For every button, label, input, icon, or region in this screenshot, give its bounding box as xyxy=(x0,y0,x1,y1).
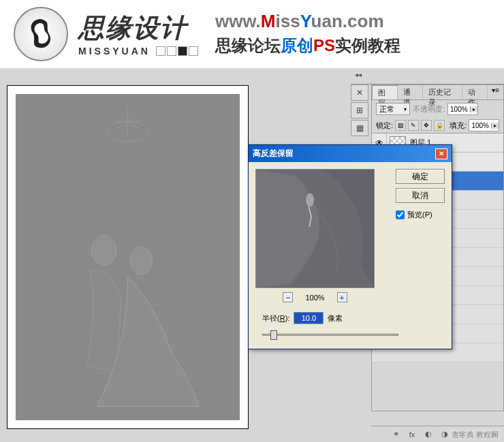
lock-transparency-icon[interactable]: ▨ xyxy=(395,120,406,131)
filter-preview[interactable] xyxy=(255,169,375,288)
dialog-buttons: 确定 取消 预览(P) xyxy=(396,169,445,220)
decor-box xyxy=(167,46,176,56)
canvas-document[interactable] xyxy=(7,85,249,429)
zoom-out-button[interactable]: − xyxy=(283,292,293,302)
url-block: www.MissYuan.com 思缘论坛原创PS实例教程 xyxy=(215,11,400,57)
preview-checkbox[interactable]: 预览(P) xyxy=(396,210,445,220)
radius-row: 半径(R): 像素 xyxy=(255,312,445,324)
brand-name-cn: 思缘设计 xyxy=(78,11,198,46)
dialog-body: 确定 取消 预览(P) − xyxy=(249,162,452,349)
fill-input[interactable]: 100%▸ xyxy=(469,119,499,131)
header-banner: 思缘设计 MISSYUAN www.MissYuan.com 思缘论坛原创PS实… xyxy=(0,0,504,68)
brand-text: 思缘设计 MISSYUAN xyxy=(78,11,198,57)
tab-actions[interactable]: 动作 xyxy=(462,85,488,99)
radius-slider[interactable] xyxy=(262,328,398,342)
tab-layers[interactable]: 图层 xyxy=(372,85,398,99)
opacity-input[interactable]: 100%▸ xyxy=(447,103,478,115)
panel-menu-icon[interactable]: ▾≡ xyxy=(488,85,503,99)
blend-mode-select[interactable]: 正常 ▾ xyxy=(376,103,410,115)
fill-label: 填充: xyxy=(450,121,467,131)
lock-all-icon[interactable]: 🔒 xyxy=(434,120,445,131)
tab-history[interactable]: 历史记录 xyxy=(423,85,462,99)
close-button[interactable]: ✕ xyxy=(435,148,447,159)
svg-point-2 xyxy=(92,236,116,266)
photoshop-workspace: ◂◂ ✕ ⊞ ▦ 图层 通道 历史记录 动作 ▾≡ 正常 ▾ 不透明度: 100… xyxy=(0,68,504,442)
site-subtitle: 思缘论坛原创PS实例教程 xyxy=(215,35,400,57)
decor-box xyxy=(178,46,187,56)
lock-label: 锁定: xyxy=(376,121,393,131)
layer-controls-row: 正常 ▾ 不透明度: 100%▸ xyxy=(372,100,503,118)
dialog-title: 高反差保留 xyxy=(253,148,294,159)
radius-input[interactable] xyxy=(294,312,324,324)
lock-pixels-icon[interactable]: ✎ xyxy=(408,120,419,131)
cancel-button[interactable]: 取消 xyxy=(396,188,445,203)
radius-unit: 像素 xyxy=(328,313,343,323)
opacity-label: 不透明度: xyxy=(413,104,445,114)
collapse-arrows-icon: ◂◂ xyxy=(355,71,362,78)
lock-position-icon[interactable]: ✥ xyxy=(421,120,432,131)
decor-box xyxy=(189,46,198,56)
logo-badge xyxy=(14,7,68,61)
tab-channels[interactable]: 通道 xyxy=(398,85,423,99)
link-layers-icon[interactable]: ⚭ xyxy=(390,429,402,440)
slider-track xyxy=(262,334,398,336)
watermark: 查字典 教程网 xyxy=(449,429,501,441)
lock-row: 锁定: ▨ ✎ ✥ 🔒 填充: 100%▸ xyxy=(372,118,503,133)
ok-button[interactable]: 确定 xyxy=(396,169,445,184)
panel-tabs: 图层 通道 历史记录 动作 ▾≡ xyxy=(372,85,503,100)
zoom-controls: − 100% + xyxy=(255,292,375,302)
preview-checkbox-input[interactable] xyxy=(396,210,405,219)
canvas-image xyxy=(16,94,240,420)
radius-label: 半径(R): xyxy=(262,313,289,323)
tool-column: ✕ ⊞ ▦ xyxy=(351,84,370,138)
decor-box xyxy=(156,46,166,56)
tool-button[interactable]: ✕ xyxy=(351,84,368,101)
tool-button[interactable]: ⊞ xyxy=(351,102,368,119)
panel-collapse-bar[interactable]: ◂◂ xyxy=(351,68,504,84)
layer-mask-icon[interactable]: ◐ xyxy=(422,429,435,440)
site-url: www.MissYuan.com xyxy=(215,11,400,32)
tool-button[interactable]: ▦ xyxy=(351,120,368,136)
slider-thumb[interactable] xyxy=(270,330,277,340)
brand-name-en: MISSYUAN xyxy=(78,46,198,57)
zoom-in-button[interactable]: + xyxy=(337,292,347,302)
layer-style-icon[interactable]: fx xyxy=(406,429,418,440)
dialog-titlebar[interactable]: 高反差保留 ✕ xyxy=(249,145,452,162)
high-pass-dialog: 高反差保留 ✕ 确定 取消 预览(P) xyxy=(248,144,452,349)
svg-point-3 xyxy=(130,247,152,274)
svg-point-6 xyxy=(306,193,314,207)
zoom-value: 100% xyxy=(305,294,324,302)
